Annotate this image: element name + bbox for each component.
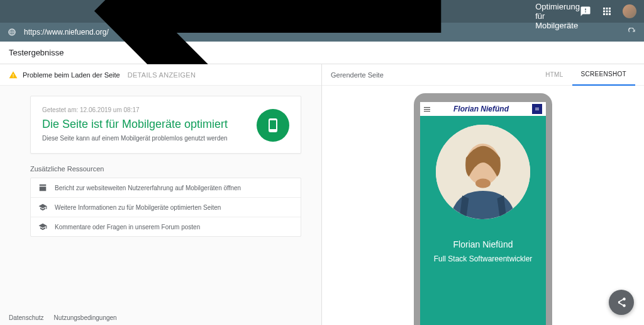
terms-link[interactable]: Nutzungsbedingungen <box>54 314 117 321</box>
tested-at: Getestet am: 12.06.2019 um 08:17 <box>42 106 249 113</box>
globe-icon <box>8 28 16 37</box>
feedback-icon[interactable] <box>580 6 591 17</box>
resources-section: Zusätzliche Ressourcen Bericht zur websi… <box>30 159 301 237</box>
phone-screen: Florian Niefünd <box>420 102 546 325</box>
result-desc: Diese Seite kann auf einem Mobilgerät pr… <box>42 134 249 143</box>
forum-icon <box>38 222 47 231</box>
footer: Datenschutz Nutzungsbedingungen <box>0 310 321 325</box>
right-header: Gerenderte Seite HTML SCREENSHOT <box>322 64 644 86</box>
profile-photo <box>436 125 530 219</box>
resource-item[interactable]: Bericht zur websiteweiten Nutzererfahrun… <box>31 178 301 198</box>
school-icon <box>38 203 47 212</box>
privacy-link[interactable]: Datenschutz <box>9 314 44 321</box>
phone-icon <box>265 118 280 133</box>
preview-brand: Florian Niefünd <box>453 105 509 113</box>
phone-frame: Florian Niefünd <box>414 93 552 325</box>
apps-icon[interactable] <box>601 6 613 17</box>
alert-row: Probleme beim Laden der Seite DETAILS AN… <box>0 64 321 86</box>
svg-point-2 <box>475 179 491 188</box>
alert-details-link[interactable]: DETAILS ANZEIGEN <box>128 71 196 79</box>
avatar[interactable] <box>623 4 636 18</box>
warning-icon <box>9 71 18 79</box>
subheader-title: Testergebnisse <box>9 48 64 57</box>
right-title: Gerenderte Seite <box>331 71 384 79</box>
refresh-icon[interactable] <box>628 28 636 37</box>
resource-item[interactable]: Weitere Informationen zu für Mobilgeräte… <box>31 198 301 217</box>
url-text: https://www.niefuend.org/ <box>24 28 628 37</box>
menu-icon <box>532 104 542 114</box>
right-panel: Gerenderte Seite HTML SCREENSHOT Florian… <box>322 64 644 325</box>
result-badge <box>257 109 289 142</box>
left-panel: Probleme beim Laden der Seite DETAILS AN… <box>0 64 322 325</box>
result-card: Getestet am: 12.06.2019 um 08:17 Die Sei… <box>30 96 301 154</box>
report-icon <box>38 183 47 192</box>
preview-role: Full Stack Softwareentwickler <box>426 254 540 263</box>
result-title: Die Seite ist für Mobilgeräte optimiert <box>42 117 249 132</box>
share-icon <box>616 297 627 308</box>
alert-text: Probleme beim Laden der Seite <box>23 71 120 79</box>
preview-name: Florian Niefünd <box>426 239 540 249</box>
app-header: Test auf Optimierung für Mobilgeräte <box>0 0 644 23</box>
resource-item[interactable]: Kommentare oder Fragen in unserem Forum … <box>31 217 301 236</box>
hamburger-icon <box>424 107 430 111</box>
tab-screenshot[interactable]: SCREENSHOT <box>572 64 635 86</box>
resources-title: Zusätzliche Ressourcen <box>30 159 301 178</box>
share-button[interactable] <box>609 290 634 315</box>
tab-html[interactable]: HTML <box>536 64 572 86</box>
app-title: Test auf Optimierung für Mobilgeräte <box>535 0 580 30</box>
